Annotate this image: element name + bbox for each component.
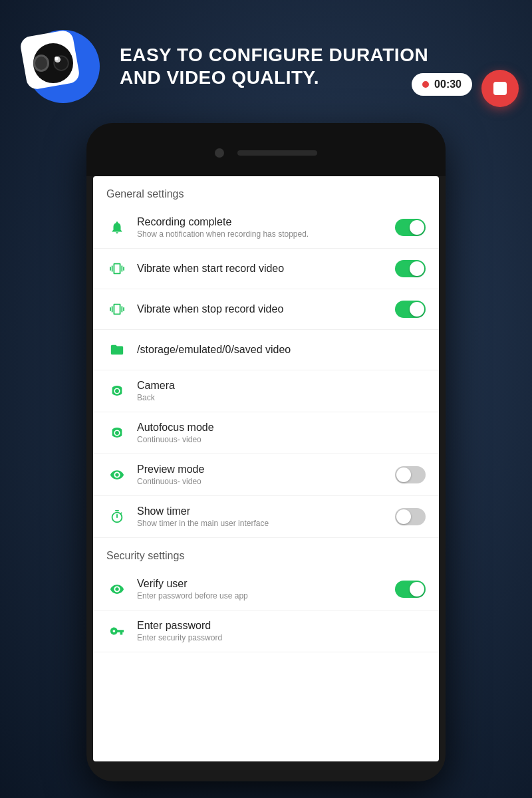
timer-value: 00:30 <box>434 78 462 90</box>
vibrate-stop-icon <box>106 299 128 320</box>
preview-mode-toggle[interactable] <box>395 466 426 483</box>
phone-frame: General settings Recording complete Show… <box>86 123 446 781</box>
camera-icon <box>106 380 128 402</box>
autofocus-text: Autofocus mode Continuous- video <box>137 422 426 444</box>
verify-user-icon <box>106 579 128 600</box>
list-item[interactable]: Camera Back <box>93 370 439 412</box>
timer-badge: 00:30 <box>412 73 472 96</box>
storage-path-text: /storage/emulated/0/saved video <box>137 344 426 356</box>
phone-speaker <box>237 150 317 156</box>
stop-icon <box>493 82 507 95</box>
top-section: EASY TO CONFIGURE DURATION AND VIDEO QUA… <box>0 0 532 133</box>
camera-text: Camera Back <box>137 380 426 402</box>
list-item[interactable]: Autofocus mode Continuous- video <box>93 412 439 454</box>
phone-camera-dot <box>215 148 224 158</box>
recording-complete-text: Recording complete Show a notification w… <box>137 216 386 239</box>
show-timer-toggle[interactable] <box>395 508 426 525</box>
vibrate-start-icon <box>106 258 128 279</box>
vibrate-stop-text: Vibrate when stop record video <box>137 303 386 315</box>
autofocus-icon <box>106 422 128 444</box>
general-settings-header: General settings <box>93 176 439 207</box>
list-item[interactable]: Enter password Enter security password <box>93 610 439 652</box>
app-logo <box>20 23 106 110</box>
svg-point-3 <box>55 57 58 60</box>
preview-mode-text: Preview mode Continuous- video <box>137 464 386 486</box>
folder-icon <box>106 339 128 360</box>
list-item[interactable]: Vibrate when stop record video <box>93 289 439 330</box>
recording-dot <box>422 81 429 88</box>
list-item[interactable]: /storage/emulated/0/saved video <box>93 330 439 370</box>
show-timer-icon <box>106 506 128 527</box>
enter-password-text: Enter password Enter security password <box>137 620 426 642</box>
security-settings-header: Security settings <box>93 538 439 569</box>
recording-complete-toggle[interactable] <box>395 219 426 236</box>
vibrate-start-text: Vibrate when start record video <box>137 263 386 275</box>
enter-password-icon <box>106 620 128 642</box>
vibrate-start-toggle[interactable] <box>395 260 426 277</box>
list-item[interactable]: Verify user Enter password before use ap… <box>93 569 439 610</box>
phone-screen: General settings Recording complete Show… <box>93 176 439 761</box>
list-item[interactable]: Recording complete Show a notification w… <box>93 207 439 249</box>
vibrate-stop-toggle[interactable] <box>395 301 426 318</box>
verify-user-text: Verify user Enter password before use ap… <box>137 578 386 600</box>
preview-mode-icon <box>106 464 128 485</box>
list-item[interactable]: Preview mode Continuous- video <box>93 454 439 496</box>
bell-icon <box>106 217 128 238</box>
list-item[interactable]: Vibrate when start record video <box>93 249 439 289</box>
stop-record-button[interactable] <box>481 70 519 107</box>
list-item[interactable]: Show timer Show timer in the main user i… <box>93 496 439 538</box>
show-timer-text: Show timer Show timer in the main user i… <box>137 505 386 528</box>
verify-user-toggle[interactable] <box>395 581 426 598</box>
